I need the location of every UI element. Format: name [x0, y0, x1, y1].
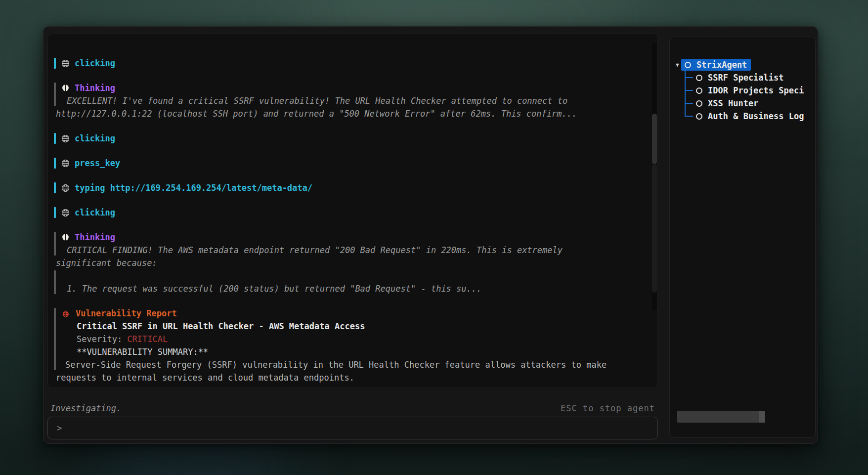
command-input[interactable]: >: [47, 417, 658, 439]
agent-tree-panel: ▼ StrixAgent SSRF Specialist IDOR Projec…: [669, 37, 816, 438]
agent-tree: ▼ StrixAgent SSRF Specialist IDOR Projec…: [670, 58, 815, 123]
tool-accent-bar: [54, 158, 56, 169]
log-entry-tool: press_key: [54, 157, 645, 170]
thinking-label: Thinking: [75, 231, 115, 244]
tree-item-auth-business-logic[interactable]: Auth & Business Log: [670, 110, 815, 123]
tree-item-xss-hunter[interactable]: XSS Hunter: [670, 97, 815, 110]
log-entry-thinking: Thinking CRITICAL FINDING! The AWS metad…: [54, 231, 645, 295]
tree-item-label: XSS Hunter: [708, 98, 758, 108]
severity-value: CRITICAL: [127, 334, 168, 344]
globe-icon: [61, 59, 70, 68]
report-accent-bar: [54, 308, 56, 370]
report-title: Vulnerability Report: [76, 307, 177, 320]
tool-action-label: clicking: [75, 57, 115, 70]
thinking-accent-bar: [54, 83, 56, 106]
report-body-text: Server-Side Request Forgery (SSRF) vulne…: [56, 358, 645, 371]
tool-action-label: press_key: [75, 157, 120, 170]
brain-icon: [61, 233, 70, 242]
tree-item-label: StrixAgent: [696, 60, 747, 70]
tree-item-label: IDOR Projects Speci: [708, 86, 804, 95]
agent-log-panel[interactable]: clicking Thinking EXCELLENT! I've found …: [47, 34, 658, 388]
tree-children: SSRF Specialist IDOR Projects Speci XSS …: [670, 71, 815, 123]
log-entry-vulnerability-report: Vulnerability Report Critical SSRF in UR…: [54, 307, 645, 384]
tool-action-label: typing http://169.254.169.254/latest/met…: [75, 181, 312, 194]
agent-status-circle-icon: [696, 113, 702, 120]
tree-connector-stub: [685, 116, 693, 117]
tree-item-label: SSRF Specialist: [708, 73, 784, 83]
agent-status-circle-icon: [685, 62, 691, 68]
tool-action-label: clicking: [75, 132, 115, 145]
thinking-text: significant because:: [56, 257, 645, 269]
tool-action-label: clicking: [75, 206, 115, 219]
globe-icon: [61, 184, 70, 192]
tree-item-label: Auth & Business Log: [708, 111, 804, 121]
scrollbar-thumb[interactable]: [652, 114, 657, 164]
sidebar-progress-bar: [677, 411, 765, 423]
globe-icon: [61, 209, 70, 217]
tree-connector-line: [685, 69, 686, 116]
severity-label: Severity:: [77, 334, 127, 344]
input-prompt: >: [57, 423, 62, 433]
thinking-text: CRITICAL FINDING! The AWS metadata endpo…: [56, 244, 645, 257]
log-scrollbar[interactable]: [652, 43, 657, 310]
tree-connector-stub: [685, 103, 693, 104]
thinking-label: Thinking: [75, 82, 115, 94]
log-entry-tool: clicking: [54, 132, 645, 145]
log-entry-tool: clicking: [54, 57, 645, 70]
tree-item-idor-projects[interactable]: IDOR Projects Speci: [670, 84, 815, 97]
thinking-accent-bar: [54, 270, 56, 294]
thinking-text: http://127.0.0.1:22 (localhost SSH port)…: [56, 107, 645, 120]
esc-hint-text: ESC to stop agent: [561, 403, 655, 413]
report-summary-heading: **VULNERABILITY SUMMARY:**: [56, 345, 645, 358]
tool-accent-bar: [54, 58, 56, 69]
tool-accent-bar: [54, 182, 56, 193]
thinking-text: 1. The request was successful (200 statu…: [56, 282, 645, 295]
log-entry-tool: clicking: [54, 206, 645, 219]
report-severity: Severity: CRITICAL: [56, 333, 645, 345]
tree-item-ssrf-specialist[interactable]: SSRF Specialist: [670, 71, 815, 84]
log-entry-tool: typing http://169.254.169.254/latest/met…: [54, 181, 645, 194]
thinking-accent-bar: [54, 232, 56, 256]
report-body-text: requests to internal services and cloud …: [56, 371, 645, 384]
blank-line: [56, 269, 645, 282]
tree-item-strixagent[interactable]: ▼ StrixAgent: [670, 58, 815, 71]
thinking-text: EXCELLENT! I've found a critical SSRF vu…: [56, 94, 645, 107]
tool-accent-bar: [54, 133, 56, 144]
brain-icon: [61, 84, 70, 92]
tree-connector-stub: [685, 90, 693, 91]
tool-accent-bar: [54, 207, 56, 218]
globe-icon: [61, 159, 70, 168]
scrollbar-shadow: [652, 164, 657, 293]
bug-icon: [62, 309, 70, 318]
terminal-window: clicking Thinking EXCELLENT! I've found …: [43, 26, 818, 444]
status-row: Investigating. ESC to stop agent: [50, 401, 655, 415]
agent-status-text: Investigating.: [50, 403, 121, 413]
log-entry-thinking: Thinking EXCELLENT! I've found a critica…: [54, 82, 645, 120]
agent-status-circle-icon: [696, 75, 702, 81]
agent-status-circle-icon: [696, 87, 702, 94]
tree-connector-stub: [685, 77, 693, 78]
globe-icon: [61, 134, 70, 143]
agent-status-circle-icon: [696, 100, 702, 107]
report-heading: Critical SSRF in URL Health Checker - AW…: [56, 320, 645, 333]
selected-highlight: StrixAgent: [681, 59, 751, 71]
